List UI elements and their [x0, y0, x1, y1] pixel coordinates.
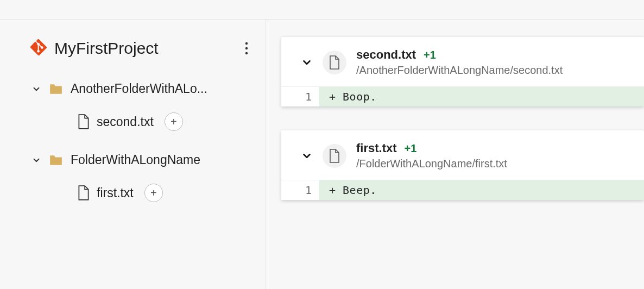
svg-point-1 — [245, 47, 248, 49]
collapse-diff-button[interactable] — [301, 56, 313, 68]
diff-card: first.txt +1 /FolderWithALongName/first.… — [281, 130, 644, 200]
add-file-button[interactable]: + — [165, 112, 183, 131]
file-icon — [323, 51, 346, 74]
diff-delta-badge: +1 — [424, 49, 436, 61]
diff-filepath: /AnotherFolderWithALongName/second.txt — [356, 64, 563, 77]
git-icon — [30, 39, 47, 58]
chevron-down-icon — [30, 84, 42, 94]
tree-file-label: second.txt — [97, 115, 154, 129]
folder-icon — [49, 83, 64, 95]
diff-delta-badge: +1 — [405, 142, 417, 155]
add-file-button[interactable]: + — [144, 184, 163, 202]
tree-file-row[interactable]: first.txt + — [30, 184, 255, 202]
added-code-line: + Boop. — [319, 86, 644, 106]
tree-file-label: first.txt — [97, 186, 134, 200]
tree-folder-row[interactable]: AnotherFolderWithALo... — [30, 81, 255, 96]
diff-body: 1 + Boop. — [281, 86, 644, 106]
top-toolbar-strip — [0, 0, 644, 20]
diff-body: 1 + Beep. — [281, 180, 644, 200]
diff-card-header: second.txt +1 /AnotherFolderWithALongNam… — [281, 37, 644, 86]
file-icon — [77, 185, 90, 200]
svg-point-0 — [245, 42, 248, 45]
diff-content-area: second.txt +1 /AnotherFolderWithALongNam… — [266, 20, 644, 289]
svg-point-2 — [245, 52, 248, 54]
folder-icon — [49, 154, 64, 166]
diff-header-text: first.txt +1 /FolderWithALongName/first.… — [356, 141, 507, 170]
line-number-gutter: 1 — [281, 86, 319, 106]
project-title: MyFirstProject — [54, 39, 231, 58]
line-number-gutter: 1 — [281, 180, 319, 200]
diff-card-header: first.txt +1 /FolderWithALongName/first.… — [281, 130, 644, 180]
file-tree-sidebar: MyFirstProject AnotherFolderWithALo... s… — [0, 20, 266, 289]
diff-filename: first.txt — [356, 141, 397, 155]
diff-filepath: /FolderWithALongName/first.txt — [356, 158, 507, 170]
diff-header-text: second.txt +1 /AnotherFolderWithALongNam… — [356, 48, 563, 77]
collapse-diff-button[interactable] — [301, 150, 313, 162]
chevron-down-icon — [30, 155, 42, 165]
added-code-line: + Beep. — [319, 180, 644, 200]
diff-card: second.txt +1 /AnotherFolderWithALongNam… — [281, 37, 644, 106]
tree-folder-label: FolderWithALongName — [71, 153, 200, 167]
main-split: MyFirstProject AnotherFolderWithALo... s… — [0, 20, 644, 289]
file-icon — [323, 144, 346, 168]
tree-file-row[interactable]: second.txt + — [30, 112, 255, 131]
file-icon — [77, 114, 90, 129]
diff-filename: second.txt — [356, 48, 416, 62]
tree-folder-row[interactable]: FolderWithALongName — [30, 153, 255, 167]
project-header: MyFirstProject — [30, 39, 255, 58]
tree-folder-label: AnotherFolderWithALo... — [71, 81, 207, 96]
more-menu-button[interactable] — [238, 42, 255, 55]
